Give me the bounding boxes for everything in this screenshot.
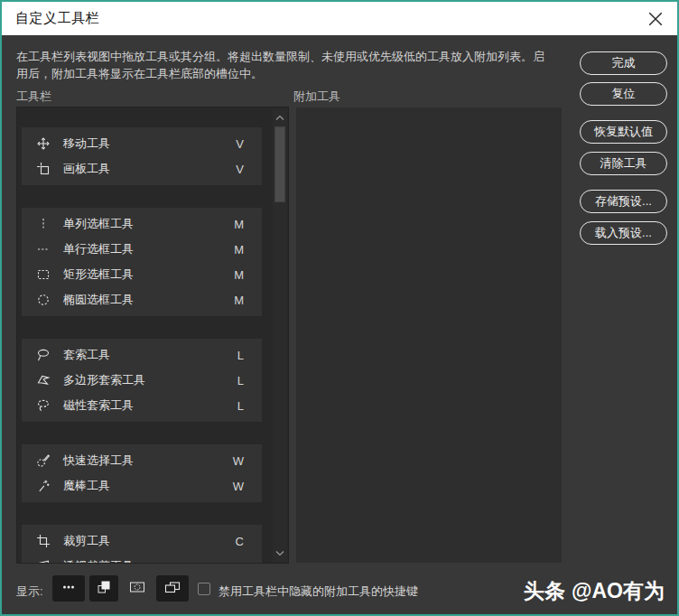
tool-name: 单列选框工具 [63,216,134,232]
artboard-icon [34,160,52,178]
disable-shortcuts-label: 禁用工具栏中隐藏的附加工具的快捷键 [219,583,418,600]
scrollbar[interactable] [273,108,287,562]
done-button[interactable]: 完成 [580,51,667,75]
tool-shortcut: C [236,535,244,548]
tool-row[interactable]: 矩形选框工具M [22,262,262,287]
screen-mode-toggle[interactable] [156,575,189,602]
extra-tools-drop-area[interactable] [295,107,563,564]
swatches-toggle[interactable] [89,575,118,602]
tool-row[interactable]: 单行选框工具M [22,237,262,262]
tool-name: 单行选框工具 [63,241,134,257]
magnetic-lasso-icon [34,397,52,415]
tool-shortcut: W [233,454,244,468]
clear-tools-button[interactable]: 清除工具 [580,152,667,175]
watermark-handle: @AO有为 [572,577,665,605]
disable-shortcuts-checkbox[interactable] [198,583,210,595]
move-icon [34,135,52,153]
magic-wand-icon [34,477,52,495]
tool-shortcut: L [237,349,244,362]
tool-group: 单列选框工具M单行选框工具M矩形选框工具M椭圆选框工具M [22,208,262,316]
tool-row[interactable]: 透视裁剪工具C [22,554,262,564]
tool-name: 移动工具 [63,135,110,152]
screen-mode-icon [164,580,181,597]
ellipse-marquee-icon [34,291,52,309]
lasso-icon [34,346,52,364]
tool-shortcut: V [236,163,244,176]
quick-selection-icon [34,452,52,470]
swatches-icon [96,580,112,597]
tool-row[interactable]: 椭圆选框工具M [22,287,262,313]
tool-row[interactable]: 画板工具V [22,156,262,182]
chevron-down-icon[interactable] [273,546,287,559]
rect-marquee-icon [34,266,52,284]
tool-row[interactable]: 快速选择工具W [22,448,262,473]
tool-name: 裁剪工具 [63,533,110,549]
dialog-description: 在工具栏列表视图中拖放工具或其分组。将超出数量限制、未使用或优先级低的工具放入附… [16,48,558,82]
toolbar-panel-label: 工具栏 [16,89,51,105]
tool-shortcut: L [237,374,244,387]
tool-row[interactable]: 套索工具L [22,342,262,368]
tool-group: 移动工具V画板工具V [22,127,262,185]
dialog-titlebar[interactable]: 自定义工具栏 [2,2,677,35]
tool-name: 透视裁剪工具 [63,558,134,564]
quick-mask-icon [129,580,145,597]
tool-shortcut: M [234,268,244,282]
tool-groups: 移动工具V画板工具V单列选框工具M单行选框工具M矩形选框工具M椭圆选框工具M套索… [22,127,262,564]
scrollbar-thumb[interactable] [274,126,285,202]
tool-shortcut: L [237,399,244,413]
polygon-lasso-icon [34,371,52,389]
tool-row[interactable]: 魔棒工具W [22,473,262,499]
restore-defaults-button[interactable]: 恢复默认值 [580,120,667,144]
extra-tools-panel-label: 附加工具 [293,89,340,105]
watermark: 头条 @AO有为 [524,577,665,605]
quick-mask-toggle[interactable] [123,575,152,602]
tool-name: 套索工具 [63,347,110,363]
tool-shortcut: W [233,480,244,493]
description-line: 在工具栏列表视图中拖放工具或其分组。将超出数量限制、未使用或优先级低的工具放入附… [16,48,558,65]
tool-shortcut: M [234,243,244,257]
tool-group: 快速选择工具W魔棒工具W [22,444,262,502]
tool-row[interactable]: 多边形套索工具L [22,368,262,393]
ellipsis-icon [60,580,77,597]
show-toggles [52,575,189,602]
dialog-title: 自定义工具栏 [15,10,99,27]
tool-row[interactable]: 磁性套索工具L [22,393,262,418]
tool-row[interactable]: 裁剪工具C [22,528,262,554]
tool-group: 套索工具L多边形套索工具L磁性套索工具L [22,339,262,422]
tool-shortcut: V [236,137,244,151]
tool-name: 多边形套索工具 [63,372,145,388]
tool-name: 快速选择工具 [63,453,134,469]
watermark-brand: 头条 [524,577,565,605]
single-row-marquee-icon [34,240,52,258]
reset-button[interactable]: 复位 [580,82,667,106]
tool-row[interactable]: 单列选框工具M [22,211,262,237]
save-preset-button[interactable]: 存储预设... [580,190,667,213]
tool-name: 椭圆选框工具 [63,292,134,308]
tool-group: 裁剪工具C透视裁剪工具C [22,525,262,564]
tool-name: 磁性套索工具 [63,397,134,414]
crop-icon [34,532,52,550]
ellipsis-toggle[interactable] [52,575,85,602]
perspective-crop-icon [34,557,52,564]
chevron-up-icon[interactable] [273,111,287,124]
tool-name: 矩形选框工具 [63,266,134,283]
tool-shortcut: M [234,294,244,307]
customize-toolbar-dialog: 自定义工具栏 在工具栏列表视图中拖放工具或其分组。将超出数量限制、未使用或优先级… [0,0,679,616]
load-preset-button[interactable]: 载入预设... [580,221,667,245]
toolbar-tool-list: 移动工具V画板工具V单列选框工具M单行选框工具M矩形选框工具M椭圆选框工具M套索… [16,107,289,564]
tool-row[interactable]: 移动工具V [22,131,262,156]
close-icon[interactable] [647,11,664,27]
tool-name: 魔棒工具 [63,478,110,494]
tool-name: 画板工具 [63,161,110,177]
description-line: 用后，附加工具将显示在工具栏底部的槽位中。 [16,65,558,82]
show-label: 显示: [16,583,43,600]
single-column-marquee-icon [34,215,52,233]
tool-shortcut: M [234,218,244,231]
tool-shortcut: C [236,560,244,565]
